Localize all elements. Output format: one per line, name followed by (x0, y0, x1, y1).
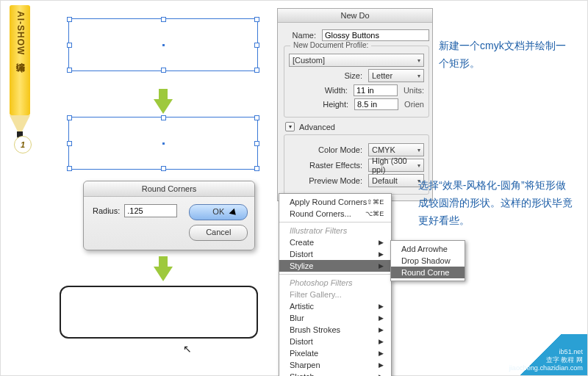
submenu-item[interactable]: Round Corne (391, 267, 465, 278)
menu-item[interactable]: Blur▶ (279, 312, 391, 324)
effect-menu[interactable]: Apply Round Corners⇧⌘ERound Corners...⌥⌘… (279, 193, 392, 376)
color-mode-select[interactable]: CMYK▾ (368, 143, 424, 156)
profile-select[interactable]: [Custom]▾ (289, 54, 424, 67)
advanced-label: Advanced (299, 123, 335, 131)
preview-mode-select[interactable]: Default▾ (368, 174, 424, 187)
menu-item[interactable]: Artistic▶ (279, 300, 391, 312)
menu-item[interactable]: Brush Strokes▶ (279, 324, 391, 336)
units-label: Units: (404, 86, 424, 95)
menu-item[interactable]: Distort▶ (279, 336, 391, 347)
preview-mode-label: Preview Mode: (289, 176, 362, 185)
size-label: Size: (289, 71, 362, 80)
selected-rectangle-2[interactable] (68, 117, 258, 170)
round-corners-dialog: Round Corners Radius: OK Cancel (83, 181, 255, 250)
menu-item[interactable]: Pixelate▶ (279, 347, 391, 359)
chevron-down-icon: ▾ (417, 162, 420, 169)
menu-item[interactable]: Filter Gallery... (279, 289, 391, 300)
radius-input[interactable] (124, 204, 177, 217)
menu-item: Illustrator Filters (279, 225, 391, 236)
down-arrow-icon (154, 267, 173, 281)
stylize-submenu[interactable]: Add ArrowheDrop ShadowRound Corne (390, 240, 465, 281)
instruction-text-1: 新建一个cmyk文档并绘制一个矩形。 (439, 37, 576, 73)
watermark: ib51.net 查字 教程 网 jiaocheng.chazidian.com (499, 334, 587, 375)
height-label: Height: (289, 100, 348, 109)
selected-rectangle-1[interactable] (68, 18, 258, 71)
tutorial-step-canvas: AI-SHOW编译 1 Round Corners Radius: OK Can… (0, 0, 588, 376)
raster-effects-label: Raster Effects: (289, 161, 362, 170)
instruction-text-2: 选择“效果-风格化-圆角”将矩形做成较圆滑的形状。这样的形状毕竟更好看些。 (418, 177, 573, 229)
step-number-badge: 1 (14, 136, 32, 153)
menu-item[interactable]: Stylize▶ (279, 260, 391, 272)
color-mode-label: Color Mode: (289, 145, 362, 154)
disclosure-triangle-icon[interactable]: ▾ (285, 122, 295, 131)
dialog-title: Round Corners (84, 181, 254, 197)
height-input[interactable] (354, 98, 398, 110)
menu-item[interactable]: Create▶ (279, 236, 391, 248)
ok-button[interactable]: OK (189, 204, 248, 220)
size-select[interactable]: Letter▾ (368, 69, 424, 82)
new-document-dialog: New Do Name: New Document Profile: [Cust… (277, 8, 433, 201)
pencil-label: AI-SHOW编译 (14, 11, 26, 57)
cancel-button[interactable]: Cancel (189, 225, 248, 241)
pencil-step-marker: AI-SHOW编译 1 (7, 5, 33, 159)
rounded-rectangle-result (60, 286, 258, 339)
dialog-title: New Do (278, 9, 432, 23)
width-input[interactable] (354, 84, 398, 96)
submenu-item[interactable]: Add Arrowhe (391, 243, 465, 255)
menu-item[interactable]: Round Corners...⌥⌘E (279, 208, 391, 220)
chevron-down-icon: ▾ (417, 73, 420, 79)
raster-effects-select[interactable]: High (300 ppi)▾ (368, 159, 424, 172)
profile-group-label: New Document Profile: (290, 41, 371, 49)
radius-label: Radius: (93, 206, 120, 215)
name-label: Name: (284, 31, 316, 40)
down-arrow-icon (154, 99, 173, 114)
cursor-icon: ↖ (183, 343, 192, 355)
menu-item[interactable]: Sharpen▶ (279, 359, 391, 371)
name-input[interactable] (322, 29, 429, 41)
chevron-down-icon: ▾ (417, 147, 420, 153)
orientation-label: Orien (404, 100, 424, 109)
menu-item[interactable]: Sketch▶ (279, 371, 391, 376)
width-label: Width: (289, 86, 348, 95)
submenu-item[interactable]: Drop Shadow (391, 255, 465, 267)
menu-item: Photoshop Filters (279, 277, 391, 289)
menu-item[interactable]: Distort▶ (279, 248, 391, 260)
chevron-down-icon: ▾ (417, 57, 420, 64)
menu-item[interactable]: Apply Round Corners⇧⌘E (279, 196, 391, 208)
